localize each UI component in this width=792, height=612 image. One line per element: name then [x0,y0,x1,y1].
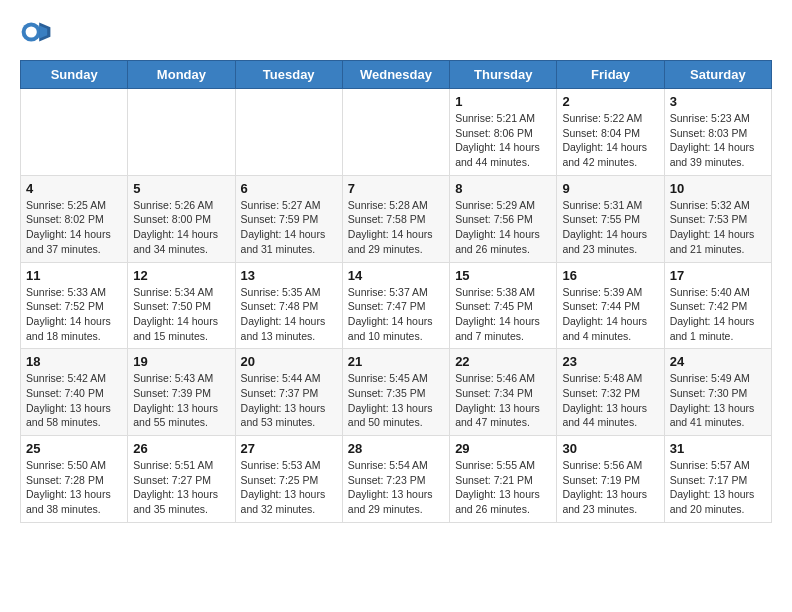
day-number: 25 [26,441,122,456]
day-info: Sunrise: 5:28 AM Sunset: 7:58 PM Dayligh… [348,198,444,257]
calendar-cell-22: 19Sunrise: 5:43 AM Sunset: 7:39 PM Dayli… [128,349,235,436]
day-info: Sunrise: 5:21 AM Sunset: 8:06 PM Dayligh… [455,111,551,170]
day-info: Sunrise: 5:26 AM Sunset: 8:00 PM Dayligh… [133,198,229,257]
day-info: Sunrise: 5:42 AM Sunset: 7:40 PM Dayligh… [26,371,122,430]
calendar-cell-11: 8Sunrise: 5:29 AM Sunset: 7:56 PM Daylig… [450,175,557,262]
day-info: Sunrise: 5:50 AM Sunset: 7:28 PM Dayligh… [26,458,122,517]
day-info: Sunrise: 5:38 AM Sunset: 7:45 PM Dayligh… [455,285,551,344]
weekday-header-monday: Monday [128,61,235,89]
day-number: 20 [241,354,337,369]
calendar-cell-30: 27Sunrise: 5:53 AM Sunset: 7:25 PM Dayli… [235,436,342,523]
day-info: Sunrise: 5:45 AM Sunset: 7:35 PM Dayligh… [348,371,444,430]
calendar-week-1: 1Sunrise: 5:21 AM Sunset: 8:06 PM Daylig… [21,89,772,176]
day-number: 24 [670,354,766,369]
calendar-cell-8: 5Sunrise: 5:26 AM Sunset: 8:00 PM Daylig… [128,175,235,262]
calendar-cell-13: 10Sunrise: 5:32 AM Sunset: 7:53 PM Dayli… [664,175,771,262]
calendar-table: SundayMondayTuesdayWednesdayThursdayFrid… [20,60,772,523]
day-info: Sunrise: 5:46 AM Sunset: 7:34 PM Dayligh… [455,371,551,430]
day-number: 30 [562,441,658,456]
page-container: SundayMondayTuesdayWednesdayThursdayFrid… [0,0,792,539]
weekday-header-friday: Friday [557,61,664,89]
calendar-cell-6: 3Sunrise: 5:23 AM Sunset: 8:03 PM Daylig… [664,89,771,176]
weekday-header-saturday: Saturday [664,61,771,89]
calendar-cell-5: 2Sunrise: 5:22 AM Sunset: 8:04 PM Daylig… [557,89,664,176]
day-info: Sunrise: 5:22 AM Sunset: 8:04 PM Dayligh… [562,111,658,170]
day-number: 22 [455,354,551,369]
day-number: 14 [348,268,444,283]
calendar-cell-25: 22Sunrise: 5:46 AM Sunset: 7:34 PM Dayli… [450,349,557,436]
day-info: Sunrise: 5:29 AM Sunset: 7:56 PM Dayligh… [455,198,551,257]
day-number: 18 [26,354,122,369]
day-info: Sunrise: 5:31 AM Sunset: 7:55 PM Dayligh… [562,198,658,257]
calendar-header: SundayMondayTuesdayWednesdayThursdayFrid… [21,61,772,89]
day-number: 2 [562,94,658,109]
calendar-cell-19: 16Sunrise: 5:39 AM Sunset: 7:44 PM Dayli… [557,262,664,349]
calendar-cell-18: 15Sunrise: 5:38 AM Sunset: 7:45 PM Dayli… [450,262,557,349]
weekday-header-thursday: Thursday [450,61,557,89]
day-number: 31 [670,441,766,456]
weekday-header-wednesday: Wednesday [342,61,449,89]
calendar-cell-17: 14Sunrise: 5:37 AM Sunset: 7:47 PM Dayli… [342,262,449,349]
day-number: 10 [670,181,766,196]
calendar-cell-14: 11Sunrise: 5:33 AM Sunset: 7:52 PM Dayli… [21,262,128,349]
logo-icon [20,16,52,48]
calendar-week-3: 11Sunrise: 5:33 AM Sunset: 7:52 PM Dayli… [21,262,772,349]
day-info: Sunrise: 5:33 AM Sunset: 7:52 PM Dayligh… [26,285,122,344]
weekday-header-tuesday: Tuesday [235,61,342,89]
weekday-header-row: SundayMondayTuesdayWednesdayThursdayFrid… [21,61,772,89]
day-number: 13 [241,268,337,283]
day-number: 9 [562,181,658,196]
calendar-cell-31: 28Sunrise: 5:54 AM Sunset: 7:23 PM Dayli… [342,436,449,523]
day-info: Sunrise: 5:55 AM Sunset: 7:21 PM Dayligh… [455,458,551,517]
day-info: Sunrise: 5:37 AM Sunset: 7:47 PM Dayligh… [348,285,444,344]
day-number: 12 [133,268,229,283]
day-number: 8 [455,181,551,196]
calendar-cell-0 [21,89,128,176]
day-number: 15 [455,268,551,283]
calendar-cell-3 [342,89,449,176]
day-info: Sunrise: 5:44 AM Sunset: 7:37 PM Dayligh… [241,371,337,430]
calendar-cell-15: 12Sunrise: 5:34 AM Sunset: 7:50 PM Dayli… [128,262,235,349]
calendar-cell-34: 31Sunrise: 5:57 AM Sunset: 7:17 PM Dayli… [664,436,771,523]
day-number: 19 [133,354,229,369]
day-info: Sunrise: 5:43 AM Sunset: 7:39 PM Dayligh… [133,371,229,430]
day-number: 27 [241,441,337,456]
day-info: Sunrise: 5:53 AM Sunset: 7:25 PM Dayligh… [241,458,337,517]
calendar-cell-26: 23Sunrise: 5:48 AM Sunset: 7:32 PM Dayli… [557,349,664,436]
day-info: Sunrise: 5:48 AM Sunset: 7:32 PM Dayligh… [562,371,658,430]
calendar-cell-4: 1Sunrise: 5:21 AM Sunset: 8:06 PM Daylig… [450,89,557,176]
calendar-cell-9: 6Sunrise: 5:27 AM Sunset: 7:59 PM Daylig… [235,175,342,262]
day-number: 21 [348,354,444,369]
day-number: 17 [670,268,766,283]
calendar-body: 1Sunrise: 5:21 AM Sunset: 8:06 PM Daylig… [21,89,772,523]
day-info: Sunrise: 5:34 AM Sunset: 7:50 PM Dayligh… [133,285,229,344]
calendar-cell-12: 9Sunrise: 5:31 AM Sunset: 7:55 PM Daylig… [557,175,664,262]
day-info: Sunrise: 5:25 AM Sunset: 8:02 PM Dayligh… [26,198,122,257]
calendar-cell-24: 21Sunrise: 5:45 AM Sunset: 7:35 PM Dayli… [342,349,449,436]
day-number: 7 [348,181,444,196]
day-info: Sunrise: 5:35 AM Sunset: 7:48 PM Dayligh… [241,285,337,344]
day-info: Sunrise: 5:27 AM Sunset: 7:59 PM Dayligh… [241,198,337,257]
day-number: 3 [670,94,766,109]
logo [20,16,58,48]
day-number: 29 [455,441,551,456]
calendar-cell-28: 25Sunrise: 5:50 AM Sunset: 7:28 PM Dayli… [21,436,128,523]
calendar-week-4: 18Sunrise: 5:42 AM Sunset: 7:40 PM Dayli… [21,349,772,436]
day-info: Sunrise: 5:54 AM Sunset: 7:23 PM Dayligh… [348,458,444,517]
day-info: Sunrise: 5:49 AM Sunset: 7:30 PM Dayligh… [670,371,766,430]
calendar-cell-10: 7Sunrise: 5:28 AM Sunset: 7:58 PM Daylig… [342,175,449,262]
calendar-cell-32: 29Sunrise: 5:55 AM Sunset: 7:21 PM Dayli… [450,436,557,523]
day-number: 4 [26,181,122,196]
calendar-cell-23: 20Sunrise: 5:44 AM Sunset: 7:37 PM Dayli… [235,349,342,436]
calendar-cell-2 [235,89,342,176]
day-number: 5 [133,181,229,196]
calendar-week-5: 25Sunrise: 5:50 AM Sunset: 7:28 PM Dayli… [21,436,772,523]
day-info: Sunrise: 5:32 AM Sunset: 7:53 PM Dayligh… [670,198,766,257]
svg-point-1 [26,26,37,37]
day-number: 1 [455,94,551,109]
calendar-cell-16: 13Sunrise: 5:35 AM Sunset: 7:48 PM Dayli… [235,262,342,349]
day-info: Sunrise: 5:51 AM Sunset: 7:27 PM Dayligh… [133,458,229,517]
day-number: 11 [26,268,122,283]
calendar-cell-29: 26Sunrise: 5:51 AM Sunset: 7:27 PM Dayli… [128,436,235,523]
day-info: Sunrise: 5:56 AM Sunset: 7:19 PM Dayligh… [562,458,658,517]
